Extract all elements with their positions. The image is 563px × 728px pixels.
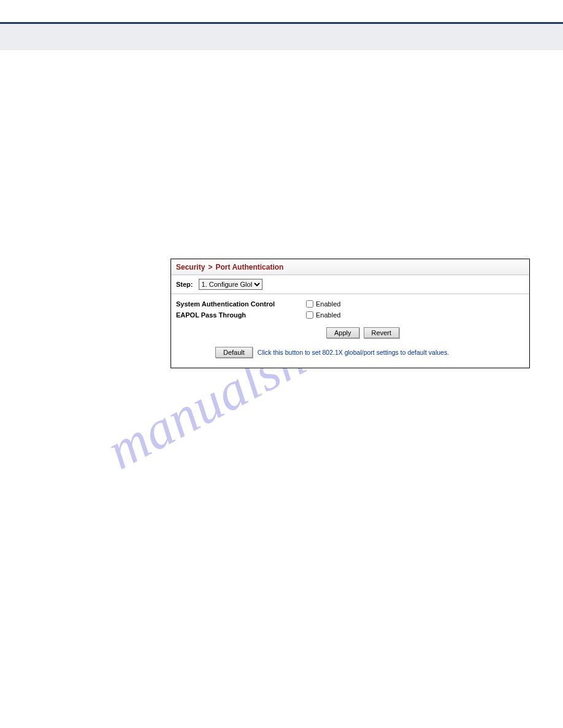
checkbox-sys-auth-control[interactable]	[306, 300, 313, 308]
breadcrumb-page[interactable]: Port Authentication	[216, 263, 284, 271]
apply-button[interactable]: Apply	[326, 327, 359, 338]
breadcrumb: Security > Port Authentication	[171, 259, 529, 275]
step-select[interactable]: 1. Configure Global	[199, 279, 262, 290]
button-row: Apply Revert	[176, 322, 524, 342]
breadcrumb-section[interactable]: Security	[176, 263, 205, 271]
default-hint-text: Click this button to set 802.1X global/p…	[258, 349, 449, 356]
label-eapol-pass-through: EAPOL Pass Through	[176, 311, 306, 319]
row-eapol-pass-through: EAPOL Pass Through Enabled	[176, 311, 524, 319]
row-sys-auth-control: System Authentication Control Enabled	[176, 300, 524, 308]
checkbox-eapol-pass-through[interactable]	[306, 311, 313, 319]
checktext-eapol-pass-through: Enabled	[316, 311, 340, 319]
step-label: Step:	[176, 281, 193, 288]
page-header-band	[0, 22, 563, 50]
step-row: Step: 1. Configure Global	[171, 275, 529, 294]
default-row: Default Click this button to set 802.1X …	[176, 342, 524, 363]
port-auth-panel: Security > Port Authentication Step: 1. …	[170, 259, 530, 368]
default-button[interactable]: Default	[215, 347, 253, 358]
checktext-sys-auth-control: Enabled	[316, 300, 340, 308]
revert-button[interactable]: Revert	[364, 327, 399, 338]
label-sys-auth-control: System Authentication Control	[176, 300, 306, 308]
form-body: System Authentication Control Enabled EA…	[171, 294, 529, 368]
breadcrumb-separator: >	[207, 263, 213, 271]
